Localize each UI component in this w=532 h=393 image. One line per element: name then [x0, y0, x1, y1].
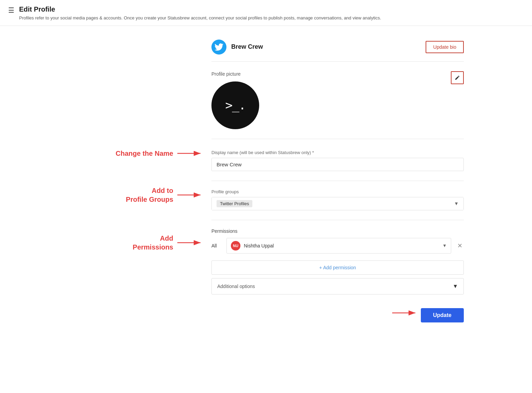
user-name: Nishtha Uppal — [244, 243, 442, 248]
profile-pic-symbol: >_. — [225, 98, 245, 112]
permission-user-select[interactable]: NU Nishtha Uppal ▼ — [226, 238, 451, 254]
profile-picture: >_. — [211, 81, 259, 129]
edit-picture-button[interactable] — [451, 71, 464, 84]
divider-2 — [211, 220, 464, 220]
profile-groups-label: Profile groups — [211, 189, 464, 194]
display-name-group: Display name (will be used within Status… — [211, 150, 464, 171]
page-header: ☰ Edit Profile Profiles refer to your so… — [0, 0, 532, 26]
select-display[interactable]: Twitter Profiles ▼ — [212, 197, 463, 210]
annotation-profile-groups: Add toProfile Groups — [126, 186, 205, 204]
profile-picture-label: Profile picture — [211, 71, 259, 77]
user-avatar: NU — [231, 241, 240, 251]
profile-pic-left: Profile picture >_. — [211, 71, 259, 129]
profile-groups-select[interactable]: Twitter Profiles ▼ — [211, 197, 464, 210]
permissions-arrow — [177, 238, 205, 247]
divider-1 — [211, 181, 464, 181]
user-select-chevron-icon: ▼ — [442, 243, 447, 248]
page-title: Edit Profile — [19, 5, 381, 13]
hamburger-icon[interactable]: ☰ — [8, 6, 14, 14]
permissions-label: Permissions — [211, 228, 464, 234]
annotation-change-name: Change the Name — [116, 149, 205, 158]
footer-row: Update — [211, 305, 464, 322]
profile-pic-wrapper: Profile picture >_. — [211, 71, 464, 129]
annotation-profile-groups-text: Add toProfile Groups — [126, 186, 173, 204]
annotation-permissions: AddPermissions — [133, 234, 205, 252]
display-name-input[interactable] — [211, 158, 464, 171]
profile-pic-container: >_. — [211, 81, 259, 129]
twitter-avatar — [211, 40, 226, 55]
additional-options-chevron-icon: ▼ — [453, 283, 458, 289]
main-content: Change the Name Add toProfile Groups — [0, 26, 532, 336]
selected-profile-group: Twitter Profiles — [217, 200, 252, 207]
additional-options-label: Additional options — [217, 284, 255, 289]
header-text: Edit Profile Profiles refer to your soci… — [19, 5, 381, 21]
twitter-icon — [215, 43, 223, 51]
remove-permission-button[interactable]: ✕ — [456, 241, 464, 251]
user-initials: NU — [233, 244, 238, 248]
profile-groups-arrow — [177, 190, 205, 200]
permission-row: All NU Nishtha Uppal ▼ ✕ — [211, 238, 464, 254]
pencil-icon — [455, 75, 460, 80]
permissions-section: Permissions All NU Nishtha Uppal ▼ ✕ — [211, 228, 464, 254]
change-name-arrow — [177, 149, 205, 158]
annotation-permissions-text: AddPermissions — [133, 234, 173, 252]
profile-groups-group: Profile groups Twitter Profiles ▼ — [211, 189, 464, 210]
chevron-down-icon: ▼ — [454, 201, 459, 206]
add-permission-button[interactable]: + Add permission — [211, 260, 464, 275]
page-description: Profiles refer to your social media page… — [19, 15, 381, 21]
additional-options-section[interactable]: Additional options ▼ — [211, 278, 464, 294]
update-bio-button[interactable]: Update bio — [426, 41, 464, 53]
update-arrow — [392, 308, 419, 319]
profile-picture-section: Profile picture >_. — [211, 71, 464, 139]
form-column: Brew Crew Update bio Profile picture >_. — [211, 40, 464, 322]
annotations-column: Change the Name Add toProfile Groups — [20, 40, 211, 322]
permission-type: All — [211, 243, 222, 248]
profile-name-group: Brew Crew — [211, 40, 263, 55]
update-button[interactable]: Update — [421, 308, 464, 322]
profile-display-name: Brew Crew — [231, 43, 263, 50]
annotation-change-name-text: Change the Name — [116, 149, 173, 158]
profile-header-row: Brew Crew Update bio — [211, 40, 464, 62]
display-name-label: Display name (will be used within Status… — [211, 150, 464, 155]
